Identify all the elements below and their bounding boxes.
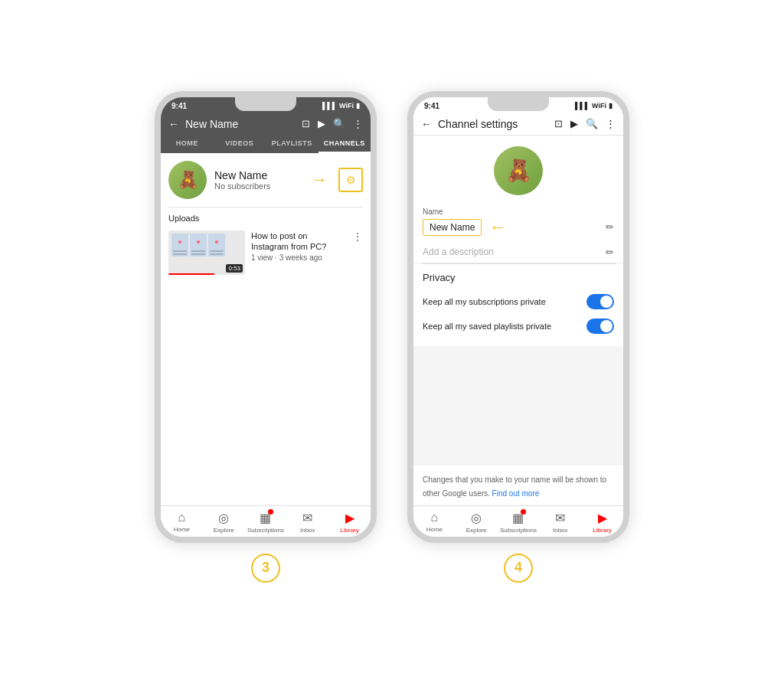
video-info: 1 view · 3 weeks ago — [251, 253, 346, 262]
privacy-row-1: Keep all my subscriptions private — [423, 289, 614, 314]
page-title: New Name — [185, 118, 296, 130]
video-thumbnail: 0:53 — [168, 230, 245, 275]
channel-info: 🧸 New Name No subscribers → ⚙ — [161, 153, 371, 207]
gray-section — [413, 346, 623, 466]
video-title: How to post on Instagram from PC? — [251, 230, 346, 253]
avatar: 🧸 — [168, 161, 207, 199]
cs-home-icon: ⌂ — [431, 511, 439, 524]
step-3: 3 — [251, 554, 280, 583]
privacy-title: Privacy — [423, 272, 614, 283]
toggle-subscriptions[interactable] — [586, 294, 614, 309]
nav-inbox[interactable]: ✉ Inbox — [286, 511, 328, 534]
cs-page-title: Channel settings — [438, 118, 548, 130]
cs-footer: Changes that you make to your name will … — [413, 466, 623, 505]
phone2-time: 9:41 — [424, 102, 439, 110]
cs-back-button[interactable]: ← — [421, 118, 432, 130]
cs-nav-explore[interactable]: ◎ Explore — [456, 511, 498, 534]
cs-avatar-section: 🧸 — [413, 136, 623, 203]
subscriptions-icon: ▦ — [260, 511, 271, 525]
uploads-label: Uploads — [161, 207, 371, 226]
cs-description-row: Add a description ✏ — [413, 242, 623, 263]
tab-home[interactable]: HOME — [161, 135, 214, 153]
back-button[interactable]: ← — [168, 118, 179, 130]
phone2: 9:41 ▌▌▌ WiFi ▮ ← Channel settings ⊡ ▶ 🔍… — [407, 91, 629, 543]
cs-description-text: Add a description — [423, 247, 494, 257]
tab-channels[interactable]: CHANNELS — [318, 135, 371, 153]
cs-name-field: Name New Name ← ✏ — [413, 203, 623, 242]
cs-header-icons: ⊡ ▶ 🔍 ⋮ — [554, 118, 616, 129]
nav-subscriptions[interactable]: ▦ Subscriptions — [245, 511, 287, 534]
cs-cast-icon[interactable]: ⊡ — [554, 118, 563, 129]
phone2-notch — [488, 97, 549, 111]
phone1-header: ← New Name ⊡ ▶ 🔍 ⋮ — [161, 113, 371, 135]
phone1: 9:41 ▌▌▌ WiFi ▮ ← New Name ⊡ ▶ 🔍 ⋮ — [155, 91, 377, 543]
cs-inbox-icon: ✉ — [555, 511, 565, 525]
phone2-status-icons: ▌▌▌ WiFi ▮ — [575, 102, 612, 109]
header-icons: ⊡ ▶ 🔍 ⋮ — [302, 118, 363, 129]
video-duration: 0:53 — [226, 264, 243, 273]
nav-inbox-label: Inbox — [300, 527, 315, 534]
tabs-bar: HOME VIDEOS PLAYLISTS CHANNELS — [161, 135, 371, 153]
battery-icon: ▮ — [356, 102, 360, 109]
nav-explore[interactable]: ◎ Explore — [203, 511, 245, 534]
wifi-icon: WiFi — [339, 102, 354, 109]
content-spacer — [161, 279, 371, 505]
cs-header: ← Channel settings ⊡ ▶ 🔍 ⋮ — [413, 113, 623, 136]
explore-icon: ◎ — [218, 511, 229, 525]
cs-nav-subscriptions[interactable]: ▦ Subscriptions — [498, 511, 540, 534]
cs-nav-inbox-label: Inbox — [553, 527, 568, 534]
cs-name-label: Name — [423, 207, 614, 216]
video-item[interactable]: 0:53 How to post on Instagram from PC? 1… — [161, 226, 371, 279]
channel-text: New Name No subscribers — [214, 169, 303, 191]
privacy-label-1: Keep all my subscriptions private — [423, 297, 586, 306]
cs-notif-dot — [521, 509, 526, 515]
page-wrapper: 9:41 ▌▌▌ WiFi ▮ ← New Name ⊡ ▶ 🔍 ⋮ — [0, 0, 784, 673]
desc-edit-icon[interactable]: ✏ — [606, 247, 614, 258]
phone1-container: 9:41 ▌▌▌ WiFi ▮ ← New Name ⊡ ▶ 🔍 ⋮ — [155, 91, 377, 583]
video-icon[interactable]: ▶ — [318, 118, 325, 129]
search-icon[interactable]: 🔍 — [333, 118, 345, 129]
nav-home[interactable]: ⌂ Home — [161, 511, 203, 534]
cs-bottom-nav: ⌂ Home ◎ Explore ▦ Subscriptions ✉ Inbox — [413, 505, 623, 537]
inbox-icon: ✉ — [302, 511, 312, 525]
nav-library[interactable]: ▶ Library — [328, 511, 371, 534]
more-icon[interactable]: ⋮ — [353, 118, 363, 129]
cs-nav-library-label: Library — [593, 527, 611, 534]
video-more-button[interactable]: ⋮ — [352, 230, 363, 243]
toggle-playlists[interactable] — [586, 319, 614, 334]
bottom-nav: ⌂ Home ◎ Explore ▦ Subscriptions ✉ Inbox — [161, 505, 371, 537]
cs-library-icon: ▶ — [598, 511, 607, 525]
arrow-right-icon: → — [311, 170, 328, 190]
privacy-section: Privacy Keep all my subscriptions privat… — [413, 264, 623, 346]
phone1-status-icons: ▌▌▌ WiFi ▮ — [322, 102, 360, 109]
battery-icon2: ▮ — [609, 102, 612, 109]
library-icon: ▶ — [345, 511, 354, 525]
cs-avatar[interactable]: 🧸 — [494, 146, 543, 195]
tab-videos[interactable]: VIDEOS — [214, 135, 266, 153]
cs-video-icon[interactable]: ▶ — [570, 118, 578, 129]
privacy-label-2: Keep all my saved playlists private — [423, 322, 586, 331]
cs-footer-link[interactable]: Find out more — [492, 489, 540, 498]
name-edit-icon[interactable]: ✏ — [606, 221, 614, 233]
cs-nav-library[interactable]: ▶ Library — [581, 511, 623, 534]
settings-button[interactable]: ⚙ — [338, 168, 363, 192]
cs-more-icon[interactable]: ⋮ — [606, 118, 616, 129]
privacy-row-2: Keep all my saved playlists private — [423, 314, 614, 338]
video-progress — [168, 273, 214, 275]
phone1-time: 9:41 — [172, 102, 187, 110]
cs-search-icon[interactable]: 🔍 — [586, 118, 598, 129]
step-4: 4 — [504, 554, 533, 583]
wifi-icon2: WiFi — [592, 102, 606, 109]
cs-nav-inbox[interactable]: ✉ Inbox — [539, 511, 581, 534]
cs-nav-subscriptions-label: Subscriptions — [500, 527, 537, 534]
cast-icon[interactable]: ⊡ — [302, 118, 310, 129]
home-icon: ⌂ — [178, 511, 186, 524]
cs-name-value: New Name — [423, 219, 482, 236]
nav-subscriptions-label: Subscriptions — [247, 527, 284, 534]
tab-playlists[interactable]: PLAYLISTS — [266, 135, 318, 153]
channel-subscribers: No subscribers — [214, 181, 303, 191]
channel-name: New Name — [214, 169, 303, 181]
cs-nav-home[interactable]: ⌂ Home — [413, 511, 456, 534]
cs-nav-explore-label: Explore — [466, 527, 487, 534]
cs-name-row: New Name ← ✏ — [423, 217, 614, 237]
